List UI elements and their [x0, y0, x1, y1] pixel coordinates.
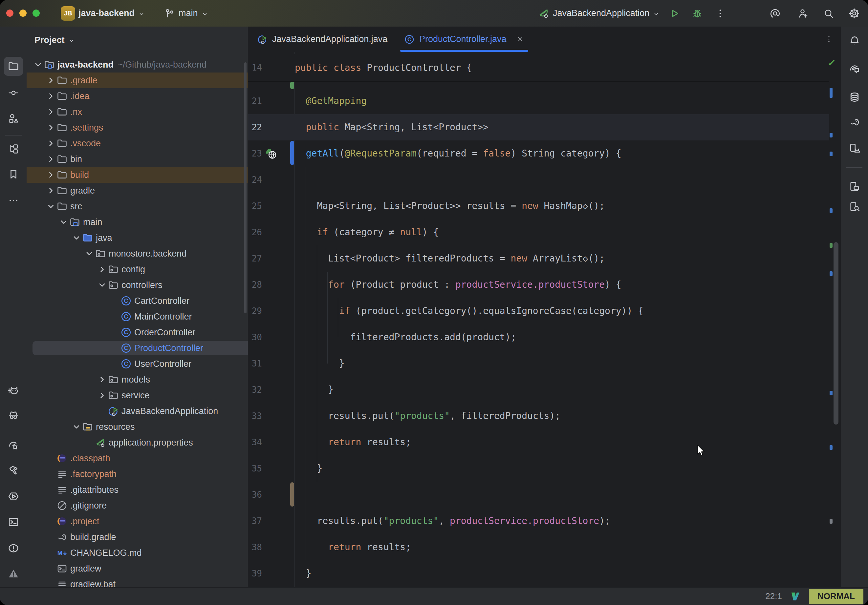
code-line-30[interactable]: 30 filteredProducts.add(product);: [248, 324, 829, 350]
code-line-23[interactable]: 23 getAll(@RequestParam(required = false…: [248, 141, 829, 167]
code-line-26[interactable]: 26 if (category ≠ null) {: [248, 219, 829, 245]
code-line-34[interactable]: 34 return results;: [248, 429, 829, 455]
ideavim-icon[interactable]: [790, 591, 801, 602]
cat-assistant-tool-button[interactable]: [4, 381, 23, 400]
chevron-right-icon[interactable]: [96, 374, 108, 385]
editor-options-button[interactable]: [825, 35, 833, 43]
profiler-tool-button[interactable]: [4, 435, 23, 454]
tree-item-main[interactable]: main: [26, 214, 248, 230]
code-line-31[interactable]: 31 }: [248, 350, 829, 377]
tree-item-monostore.backend[interactable]: monostore.backend: [26, 246, 248, 261]
tree-item-bin[interactable]: bin: [26, 151, 248, 167]
ai-chat-tool-button[interactable]: [845, 60, 864, 79]
tree-item-CartController[interactable]: CCartController: [26, 293, 248, 309]
tree-item-models[interactable]: models: [26, 372, 248, 387]
project-tree-scrollbar[interactable]: [244, 62, 246, 313]
analysis-stripe-mark[interactable]: [829, 243, 832, 248]
more-run-options-button[interactable]: [715, 0, 726, 26]
tree-item-resources[interactable]: resources: [26, 419, 248, 435]
ai-assistant-button[interactable]: [769, 0, 781, 26]
tree-item-.gitignore[interactable]: .gitignore: [26, 498, 248, 514]
tree-item-CHANGELOG.md[interactable]: MCHANGELOG.md: [26, 545, 248, 561]
chevron-right-icon[interactable]: [45, 169, 56, 181]
gradle-tool-button[interactable]: [845, 113, 864, 132]
settings-button[interactable]: [848, 0, 860, 26]
code-line-33[interactable]: 33 results.put("products", filteredProdu…: [248, 403, 829, 429]
chevron-down-icon[interactable]: [33, 59, 43, 70]
tree-item-config[interactable]: config: [26, 261, 248, 277]
analysis-stripe-mark[interactable]: [829, 133, 832, 138]
chevron-right-icon[interactable]: [45, 153, 56, 165]
tree-item-.nx[interactable]: .nx: [26, 104, 248, 120]
code-with-me-button[interactable]: [797, 0, 809, 26]
tree-item-.vscode[interactable]: .vscode: [26, 136, 248, 151]
chevron-down-icon[interactable]: [45, 201, 56, 212]
chevron-right-icon[interactable]: [45, 138, 56, 149]
build-hammer-tool-button[interactable]: [4, 461, 23, 480]
project-panel-header[interactable]: Project: [34, 32, 75, 48]
editor-tab-JavaBackendApplication.java[interactable]: JavaBackendApplication.java: [253, 26, 394, 52]
editor-tab-ProductController.java[interactable]: CProductController.java: [400, 26, 528, 52]
code-line-35[interactable]: 35 }: [248, 455, 829, 482]
close-window-button[interactable]: [6, 9, 14, 17]
services-tool-button[interactable]: [4, 487, 23, 506]
zoom-window-button[interactable]: [33, 9, 40, 17]
android-device-tool-button[interactable]: [845, 139, 864, 158]
branch-widget[interactable]: main: [163, 0, 208, 26]
terminal-tool-button[interactable]: [4, 512, 23, 532]
tree-item-application.properties[interactable]: application.properties: [26, 435, 248, 450]
code-line-24[interactable]: 24: [248, 167, 829, 193]
code-line-36[interactable]: 36: [248, 482, 829, 508]
tree-item-.classpath[interactable]: .classpath: [26, 450, 248, 466]
vim-mode-badge[interactable]: NORMAL: [809, 589, 863, 604]
code-line-27[interactable]: 27 List<Product> filteredProducts = new …: [248, 245, 829, 272]
search-everywhere-button[interactable]: [823, 0, 834, 26]
problems-tool-button[interactable]: [4, 539, 23, 558]
analysis-stripe-mark[interactable]: [829, 152, 832, 156]
project-folder-tool-button[interactable]: [4, 57, 23, 76]
code-line-29[interactable]: 29 if (product.getCategory().equalsIgnor…: [248, 298, 829, 324]
tree-item-.gradle[interactable]: .gradle: [26, 73, 248, 88]
warning-tool-button[interactable]: [4, 564, 23, 583]
tree-item-MainController[interactable]: CMainController: [26, 309, 248, 325]
analysis-stripe-mark[interactable]: [829, 391, 832, 395]
caret-position[interactable]: 22:1: [765, 591, 782, 601]
tree-item-gradlew[interactable]: gradlew: [26, 561, 248, 576]
chevron-right-icon[interactable]: [96, 264, 108, 275]
database-tool-button[interactable]: [845, 88, 864, 107]
code-line-32[interactable]: 32 }: [248, 377, 829, 403]
spring-endpoint-gutter-icon[interactable]: [265, 148, 278, 160]
chevron-down-icon[interactable]: [71, 421, 82, 432]
code-line-39[interactable]: 39 }: [248, 560, 829, 586]
analysis-stripe-mark[interactable]: [829, 88, 832, 98]
analysis-stripe-mark[interactable]: [829, 271, 832, 276]
hierarchy-tool-button[interactable]: [4, 139, 23, 158]
chevron-right-icon[interactable]: [45, 185, 56, 196]
code-line-22[interactable]: 22 public Map<String, List<Product>>: [248, 114, 829, 141]
project-widget[interactable]: JB java-backend: [61, 0, 145, 26]
tree-item-OrderController[interactable]: COrderController: [26, 325, 248, 340]
tree-item-ProductController[interactable]: CProductController: [26, 340, 248, 356]
analysis-stripe-mark[interactable]: [829, 208, 832, 213]
tree-item-build[interactable]: build: [26, 167, 248, 183]
tree-item-.settings[interactable]: .settings: [26, 120, 248, 136]
chevron-right-icon[interactable]: [45, 122, 56, 133]
code-line-28[interactable]: 28 for (Product product : productService…: [248, 272, 829, 298]
device-explorer-tool-button[interactable]: [845, 197, 864, 216]
more-horizontal-tool-button[interactable]: [4, 191, 23, 210]
tree-item-.project[interactable]: .project: [26, 514, 248, 529]
tree-item-.idea[interactable]: .idea: [26, 88, 248, 104]
chevron-down-icon[interactable]: [96, 280, 108, 291]
analysis-stripe-mark[interactable]: [829, 445, 832, 450]
notifications-bell-tool-button[interactable]: [845, 31, 864, 50]
code-line-37[interactable]: 37 results.put("products", productServic…: [248, 508, 829, 534]
chevron-right-icon[interactable]: [45, 106, 56, 118]
code-line-25[interactable]: 25 Map<String, List<Product>> results = …: [248, 193, 829, 219]
tree-item-java[interactable]: java: [26, 230, 248, 246]
device-mirror-tool-button[interactable]: [845, 177, 864, 196]
tree-item-JavaBackendApplication[interactable]: JavaBackendApplication: [26, 403, 248, 419]
run-button[interactable]: [668, 0, 680, 26]
tree-item-gradle[interactable]: gradle: [26, 183, 248, 198]
analysis-stripe-mark[interactable]: [829, 519, 832, 524]
tree-item-.factorypath[interactable]: .factorypath: [26, 466, 248, 482]
